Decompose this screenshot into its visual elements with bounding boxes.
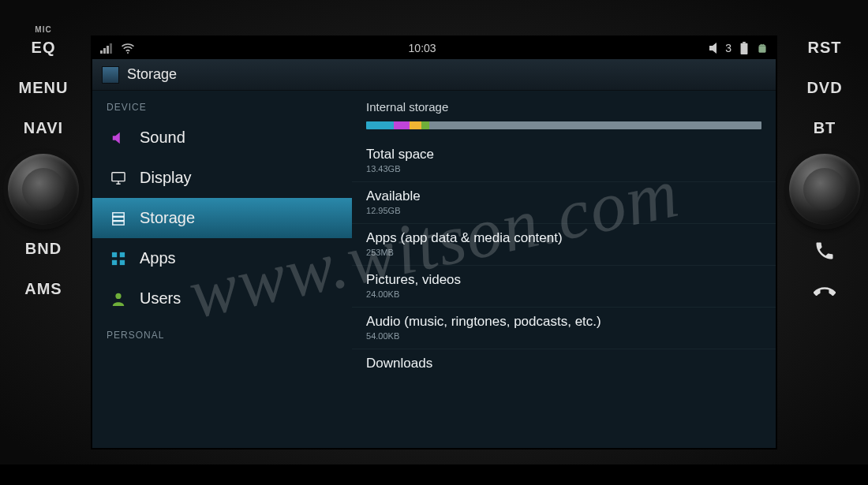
- usage-segment: [410, 121, 421, 129]
- sidebar-item-users[interactable]: Users: [92, 278, 352, 319]
- usage-segment: [429, 121, 761, 129]
- storage-detail-row[interactable]: Audio (music, ringtones, podcasts, etc.)…: [352, 307, 776, 349]
- settings-title-bar: Storage: [92, 59, 776, 91]
- storage-detail-row[interactable]: Available12.95GB: [352, 181, 776, 223]
- sidebar-item-storage[interactable]: Storage: [92, 198, 352, 238]
- svg-rect-17: [113, 221, 124, 225]
- sound-icon: [110, 129, 127, 147]
- usage-segment: [421, 121, 429, 129]
- storage-icon: [110, 210, 127, 227]
- svg-rect-16: [113, 217, 124, 221]
- storage-detail-sub: 253MB: [366, 248, 761, 257]
- page-title: Storage: [127, 66, 177, 83]
- sidebar-item-label: Display: [140, 169, 192, 187]
- right-button-column: . RST DVD BT: [781, 0, 868, 485]
- storage-title-icon: [102, 66, 119, 84]
- storage-detail-label: Audio (music, ringtones, podcasts, etc.): [366, 314, 761, 330]
- svg-marker-11: [113, 132, 120, 143]
- svg-point-4: [127, 52, 129, 54]
- storage-detail-row[interactable]: Total space13.43GB: [352, 140, 776, 181]
- phone-hangup-button[interactable]: [781, 282, 868, 309]
- sidebar-item-apps[interactable]: Apps: [92, 238, 352, 278]
- svg-rect-21: [120, 259, 125, 264]
- left-button-column: MIC EQ MENU NAVI BND AMS: [0, 0, 87, 485]
- svg-rect-0: [100, 50, 103, 54]
- volume-knob[interactable]: [8, 154, 79, 225]
- svg-marker-5: [709, 43, 716, 54]
- storage-detail-sub: 24.00KB: [366, 289, 761, 299]
- storage-detail-label: Available: [366, 188, 761, 204]
- storage-detail-sub: 13.43GB: [366, 164, 761, 173]
- navi-button[interactable]: NAVI: [0, 119, 87, 137]
- storage-detail-row[interactable]: Apps (app data & media content)253MB: [352, 223, 776, 265]
- svg-point-22: [115, 293, 121, 298]
- ams-button[interactable]: AMS: [0, 280, 87, 298]
- sidebar-item-display[interactable]: Display: [92, 158, 352, 198]
- section-device: DEVICE: [92, 91, 352, 118]
- svg-rect-15: [113, 212, 124, 216]
- svg-rect-6: [743, 42, 746, 43]
- storage-detail-sub: 54.00KB: [366, 331, 761, 341]
- svg-rect-20: [112, 259, 117, 264]
- android-icon: [757, 42, 768, 54]
- status-bar: 10:03 3: [92, 37, 776, 59]
- svg-rect-3: [110, 43, 112, 54]
- svg-rect-18: [112, 252, 117, 256]
- sidebar-item-label: Users: [140, 289, 181, 308]
- menu-button[interactable]: MENU: [0, 79, 87, 97]
- internal-storage-heading: Internal storage: [352, 97, 776, 118]
- rst-button[interactable]: RST: [781, 39, 868, 57]
- usage-segment: [366, 121, 394, 129]
- eq-button[interactable]: EQ: [0, 39, 87, 57]
- svg-rect-19: [120, 252, 125, 256]
- touchscreen: 10:03 3 Storage DEVICE Sound: [91, 35, 777, 450]
- sidebar-item-sound[interactable]: Sound: [92, 118, 352, 158]
- svg-rect-2: [107, 46, 109, 54]
- sidebar-item-label: Apps: [140, 249, 176, 267]
- storage-detail-label: Total space: [366, 147, 761, 162]
- users-icon: [110, 290, 127, 308]
- tune-knob[interactable]: [789, 154, 860, 225]
- network-icon: [100, 43, 113, 54]
- volume-icon: 3: [709, 42, 731, 54]
- bnd-button[interactable]: BND: [0, 240, 87, 258]
- phone-answer-button[interactable]: [781, 240, 868, 267]
- wifi-icon: [121, 43, 135, 54]
- storage-detail-label: Downloads: [366, 356, 761, 371]
- mic-label: MIC: [35, 25, 51, 34]
- storage-details-panel: Internal storage Total space13.43GBAvail…: [352, 91, 776, 448]
- settings-sidebar: DEVICE Sound Display Storage: [92, 91, 352, 448]
- storage-detail-label: Pictures, videos: [366, 272, 761, 288]
- storage-detail-row[interactable]: Pictures, videos24.00KB: [352, 265, 776, 307]
- svg-rect-12: [112, 172, 125, 181]
- bt-button[interactable]: BT: [781, 119, 868, 137]
- usage-segment: [394, 121, 410, 129]
- svg-rect-7: [741, 43, 748, 54]
- status-time: 10:03: [409, 42, 436, 54]
- svg-rect-8: [758, 47, 765, 53]
- battery-icon: [739, 42, 749, 54]
- display-icon: [110, 170, 127, 187]
- storage-usage-bar: [366, 121, 761, 129]
- apps-icon: [110, 250, 127, 267]
- section-personal: PERSONAL: [92, 319, 352, 345]
- storage-detail-label: Apps (app data & media content): [366, 230, 761, 246]
- sidebar-item-label: Storage: [140, 209, 195, 227]
- dvd-button[interactable]: DVD: [781, 79, 868, 97]
- storage-detail-row[interactable]: Downloads: [352, 349, 776, 379]
- svg-rect-1: [103, 48, 106, 54]
- sidebar-item-label: Sound: [140, 129, 185, 147]
- storage-detail-sub: 12.95GB: [366, 206, 761, 215]
